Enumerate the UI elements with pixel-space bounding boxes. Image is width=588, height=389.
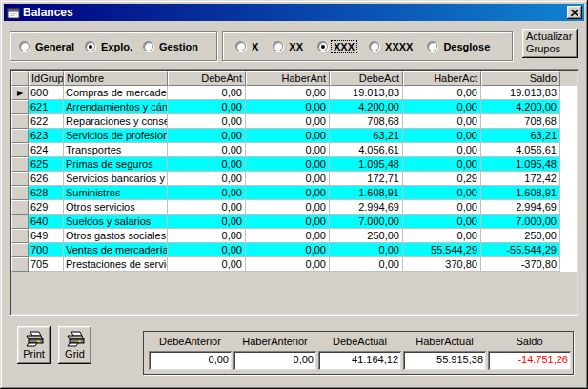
totals-field[interactable]: 0,00: [149, 351, 232, 370]
cell-idgrup[interactable]: 629: [29, 200, 64, 215]
actualizar-grupos-button[interactable]: Actualizar Grupos: [522, 29, 578, 58]
cell-idgrup[interactable]: 628: [29, 186, 64, 200]
cell-nombre[interactable]: Primas de seguros: [64, 157, 168, 172]
cell-haberant[interactable]: 0,00: [246, 86, 330, 100]
cell-debeant[interactable]: 0,00: [168, 243, 246, 257]
row-selector[interactable]: [11, 215, 29, 229]
cell-debeant[interactable]: 0,00: [168, 157, 246, 172]
totals-field[interactable]: -14.751,26: [488, 351, 571, 370]
header-haberact[interactable]: HaberAct: [403, 71, 481, 86]
table-row[interactable]: 625Primas de seguros0,000,001.095,480,00…: [11, 157, 577, 172]
cell-nombre[interactable]: Prestaciones de servicios: [64, 257, 168, 272]
cell-idgrup[interactable]: 621: [29, 100, 64, 114]
cell-haberact[interactable]: 0,00: [403, 215, 481, 229]
cell-nombre[interactable]: Compras de mercaderías: [64, 86, 168, 100]
cell-saldo[interactable]: -370,80: [481, 257, 560, 272]
cell-idgrup[interactable]: 649: [29, 229, 64, 243]
cell-saldo[interactable]: 7.000,00: [481, 215, 560, 229]
table-row[interactable]: 700Ventas de mercaderías0,000,000,0055.5…: [11, 243, 577, 257]
cell-debeant[interactable]: 0,00: [168, 186, 246, 200]
cell-saldo[interactable]: 1.095,48: [481, 157, 560, 172]
cell-idgrup[interactable]: 624: [29, 143, 64, 157]
cell-haberact[interactable]: 0,00: [403, 129, 481, 143]
table-row[interactable]: ▶600Compras de mercaderías0,000,0019.013…: [11, 86, 577, 100]
cell-haberact[interactable]: 0,29: [403, 172, 481, 186]
cell-nombre[interactable]: Otros gastos sociales: [64, 229, 168, 243]
cell-debeant[interactable]: 0,00: [168, 215, 246, 229]
cell-debeact[interactable]: 63,21: [330, 129, 403, 143]
cell-debeact[interactable]: 7.000,00: [330, 215, 403, 229]
radio-xxx[interactable]: XXX: [317, 41, 356, 52]
radio-explo[interactable]: Explo.: [85, 41, 134, 52]
cell-saldo[interactable]: 250,00: [481, 229, 560, 243]
cell-idgrup[interactable]: 705: [29, 257, 64, 272]
table-row[interactable]: 640Sueldos y salarios0,000,007.000,000,0…: [11, 215, 577, 229]
cell-nombre[interactable]: Servicios de profesionales: [64, 129, 168, 143]
cell-idgrup[interactable]: 625: [29, 157, 64, 172]
cell-haberant[interactable]: 0,00: [246, 157, 330, 172]
row-selector[interactable]: [11, 186, 29, 200]
cell-saldo[interactable]: 19.013,83: [481, 86, 560, 100]
cell-haberact[interactable]: 0,00: [403, 100, 481, 114]
cell-debeant[interactable]: 0,00: [168, 100, 246, 114]
cell-haberant[interactable]: 0,00: [246, 257, 330, 272]
cell-saldo[interactable]: 63,21: [481, 129, 560, 143]
totals-field[interactable]: 41.164,12: [318, 351, 401, 370]
header-nombre[interactable]: Nombre: [64, 71, 168, 86]
cell-debeact[interactable]: 250,00: [330, 229, 403, 243]
grid-button[interactable]: Grid: [58, 326, 91, 364]
row-selector[interactable]: [11, 129, 29, 143]
cell-debeact[interactable]: 0,00: [330, 257, 403, 272]
header-saldo[interactable]: Saldo: [481, 71, 560, 86]
cell-idgrup[interactable]: 622: [29, 114, 64, 129]
cell-nombre[interactable]: Sueldos y salarios: [64, 215, 168, 229]
cell-haberant[interactable]: 0,00: [246, 114, 330, 129]
header-debeant[interactable]: DebeAnt: [168, 71, 246, 86]
cell-haberact[interactable]: 0,00: [403, 186, 481, 200]
row-selector[interactable]: [11, 157, 29, 172]
table-row[interactable]: 649Otros gastos sociales0,000,00250,000,…: [11, 229, 577, 243]
cell-debeant[interactable]: 0,00: [168, 257, 246, 272]
cell-saldo[interactable]: 172,42: [481, 172, 560, 186]
row-selector[interactable]: [11, 114, 29, 129]
table-row[interactable]: 629Otros servicios0,000,002.994,690,002.…: [11, 200, 577, 215]
row-selector[interactable]: [11, 100, 29, 114]
close-button[interactable]: [567, 6, 582, 19]
cell-haberact[interactable]: 0,00: [403, 114, 481, 129]
cell-saldo[interactable]: 4.056,61: [481, 143, 560, 157]
cell-haberact[interactable]: 0,00: [403, 86, 481, 100]
radio-gestion[interactable]: Gestion: [143, 41, 200, 52]
cell-haberact[interactable]: 0,00: [403, 200, 481, 215]
cell-saldo[interactable]: 4.200,00: [481, 100, 560, 114]
totals-field[interactable]: 55.915,38: [403, 351, 486, 370]
cell-saldo[interactable]: -55.544,29: [481, 243, 560, 257]
cell-debeact[interactable]: 172,71: [330, 172, 403, 186]
row-selector[interactable]: [11, 172, 29, 186]
cell-saldo[interactable]: 1.608,91: [481, 186, 560, 200]
radio-general[interactable]: General: [19, 41, 76, 52]
radio-x[interactable]: X: [235, 41, 260, 52]
cell-haberant[interactable]: 0,00: [246, 243, 330, 257]
cell-debeact[interactable]: 708,68: [330, 114, 403, 129]
row-selector[interactable]: [11, 200, 29, 215]
cell-debeact[interactable]: 1.608,91: [330, 186, 403, 200]
table-row[interactable]: 621Arrendamientos y cánones0,000,004.200…: [11, 100, 577, 114]
row-selector[interactable]: [11, 257, 29, 272]
cell-idgrup[interactable]: 600: [29, 86, 64, 100]
header-idgrup[interactable]: IdGrup: [29, 71, 64, 86]
cell-nombre[interactable]: Transportes: [64, 143, 168, 157]
cell-debeact[interactable]: 1.095,48: [330, 157, 403, 172]
cell-haberant[interactable]: 0,00: [246, 129, 330, 143]
cell-haberact[interactable]: 55.544,29: [403, 243, 481, 257]
cell-nombre[interactable]: Ventas de mercaderías: [64, 243, 168, 257]
cell-haberant[interactable]: 0,00: [246, 186, 330, 200]
cell-saldo[interactable]: 2.994,69: [481, 200, 560, 215]
cell-haberact[interactable]: 0,00: [403, 229, 481, 243]
cell-haberant[interactable]: 0,00: [246, 100, 330, 114]
table-row[interactable]: 622Reparaciones y conservación0,000,0070…: [11, 114, 577, 129]
cell-nombre[interactable]: Otros servicios: [64, 200, 168, 215]
cell-haberant[interactable]: 0,00: [246, 215, 330, 229]
radio-desglose[interactable]: Desglose: [427, 41, 492, 52]
row-selector[interactable]: ▶: [11, 86, 29, 100]
cell-debeact[interactable]: 19.013,83: [330, 86, 403, 100]
